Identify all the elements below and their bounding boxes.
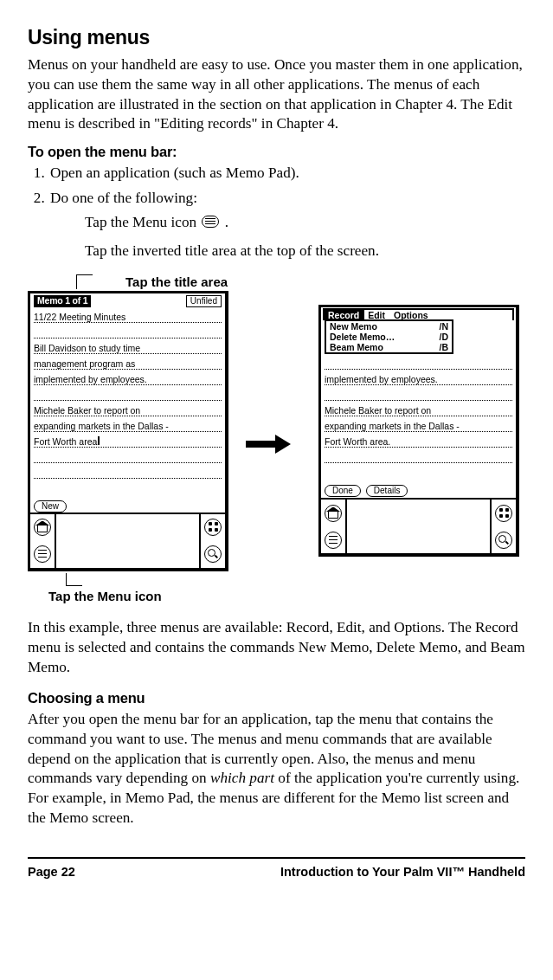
step-2-text: Do one of the following:	[50, 190, 197, 206]
substep-tap-menu-icon: Tap the Menu icon .	[85, 213, 525, 233]
menu-edit[interactable]: Edit	[364, 310, 390, 320]
memo-line[interactable]	[325, 452, 512, 463]
apps-icon[interactable]	[495, 505, 512, 522]
example-paragraph: In this example, three menus are availab…	[28, 618, 525, 677]
memo-line[interactable]: Bill Davidson to study time	[34, 343, 222, 354]
figure-block: Tap the title area Memo 1 of 1 Unfiled 1…	[28, 274, 525, 605]
find-icon[interactable]	[495, 532, 512, 549]
menu-icon[interactable]	[34, 545, 51, 563]
home-icon[interactable]	[325, 505, 342, 522]
menu-item-shortcut: /B	[440, 342, 449, 352]
memo-line[interactable]: expanding markets in the Dallas -	[325, 421, 512, 432]
memo-line[interactable]	[325, 358, 512, 370]
arrow-icon	[242, 409, 294, 454]
subhead-choosing-menu: Choosing a menu	[28, 689, 525, 708]
subhead-open-menu-bar: To open the menu bar:	[28, 143, 525, 162]
choosing-paragraph: After you open the menu bar for an appli…	[28, 710, 525, 828]
menu-record[interactable]: Record	[325, 310, 364, 320]
memo-line[interactable]	[34, 483, 222, 493]
memo-line[interactable]: Michele Baker to report on	[34, 405, 222, 416]
svg-marker-1	[275, 435, 291, 454]
memo-line[interactable]: 11/22 Meeting Minutes	[34, 312, 222, 323]
menu-options[interactable]: Options	[390, 310, 434, 320]
memo-titlebar[interactable]: Memo 1 of 1	[34, 295, 91, 307]
memo-line[interactable]: expanding markets in the Dallas -	[34, 421, 222, 432]
substep-a-pre: Tap the Menu icon	[85, 214, 200, 230]
silkscreen-area	[321, 498, 516, 553]
menu-item-new-memo[interactable]: New Memo /N	[326, 321, 452, 332]
memo-line[interactable]: implemented by employees.	[325, 374, 512, 385]
memo-line[interactable]	[325, 467, 512, 478]
palm-screen-left: Memo 1 of 1 Unfiled 11/22 Meeting Minute…	[28, 291, 228, 571]
new-button[interactable]: New	[34, 500, 67, 513]
palm-screen-right: Record Edit Options New Memo /N Delete M…	[318, 305, 519, 557]
memo-line[interactable]: implemented by employees.	[34, 374, 222, 385]
details-button[interactable]: Details	[366, 485, 408, 497]
footer-chapter-title: Introduction to Your Palm VII™ Handheld	[280, 864, 525, 880]
choosing-text-italic: which part	[210, 770, 274, 786]
memo-line-text: Fort Worth area	[34, 436, 97, 447]
menu-icon[interactable]	[325, 532, 342, 549]
memo-line[interactable]: Michele Baker to report on	[325, 405, 512, 416]
substep-a-post: .	[225, 214, 228, 230]
category-selector[interactable]: Unfiled	[186, 295, 222, 307]
memo-line[interactable]: Fort Worth area.	[325, 436, 512, 448]
footer-page-number: Page 22	[28, 864, 75, 880]
menu-item-shortcut: /N	[440, 321, 449, 332]
menu-item-label: Delete Memo…	[330, 332, 395, 342]
step-1: Open an application (such as Memo Pad).	[48, 164, 525, 184]
memo-line[interactable]	[34, 390, 222, 401]
menu-item-delete-memo[interactable]: Delete Memo… /D	[326, 332, 452, 342]
menu-item-label: New Memo	[330, 321, 377, 332]
memo-line[interactable]: Fort Worth area	[34, 436, 222, 448]
find-icon[interactable]	[204, 545, 222, 563]
memo-line[interactable]	[34, 452, 222, 463]
menu-icon	[202, 216, 219, 228]
memo-line[interactable]	[34, 467, 222, 479]
record-menu-dropdown: New Memo /N Delete Memo… /D Beam Memo /B	[325, 319, 453, 354]
memo-line[interactable]	[34, 327, 222, 338]
intro-paragraph: Menus on your handheld are easy to use. …	[28, 55, 525, 134]
step-2: Do one of the following: Tap the Menu ic…	[48, 189, 525, 261]
menu-item-beam-memo[interactable]: Beam Memo /B	[326, 342, 452, 352]
memo-line[interactable]	[325, 390, 512, 401]
menu-item-label: Beam Memo	[330, 342, 383, 352]
menu-item-shortcut: /D	[440, 332, 449, 342]
page-title: Using menus	[28, 24, 525, 50]
callout-menu-icon: Tap the Menu icon	[28, 588, 525, 605]
done-button[interactable]: Done	[325, 485, 361, 497]
memo-line[interactable]: management program as	[34, 358, 222, 370]
menu-bar: Record Edit Options	[325, 310, 512, 320]
steps-list: Open an application (such as Memo Pad). …	[28, 164, 525, 261]
graffiti-area[interactable]	[345, 500, 492, 553]
substep-tap-title-area: Tap the inverted title area at the top o…	[85, 242, 525, 261]
graffiti-area[interactable]	[55, 514, 201, 568]
callout-title-area: Tap the title area	[93, 274, 228, 291]
text-cursor	[98, 436, 100, 445]
page-footer: Page 22 Introduction to Your Palm VII™ H…	[28, 857, 525, 880]
apps-icon[interactable]	[204, 519, 222, 536]
home-icon[interactable]	[34, 519, 51, 536]
svg-rect-0	[246, 441, 275, 448]
silkscreen-area	[30, 513, 225, 568]
